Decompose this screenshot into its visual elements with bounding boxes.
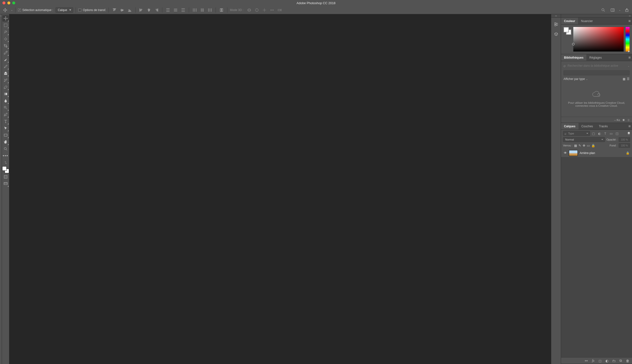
quick-select-tool[interactable]	[3, 36, 9, 42]
eyedropper-tool[interactable]	[3, 50, 9, 56]
distribute-top-icon[interactable]	[165, 7, 171, 13]
trash-icon[interactable]: 🗑	[627, 118, 630, 122]
library-search-input[interactable]	[567, 64, 626, 68]
layer-thumbnail[interactable]	[569, 150, 578, 156]
lock-transparency-icon[interactable]: ▩	[574, 144, 577, 148]
visibility-toggle-icon[interactable]: 👁	[563, 151, 567, 155]
distribute-hcenter-icon[interactable]	[199, 7, 205, 13]
brush-tool[interactable]	[3, 63, 9, 70]
color-fgbg[interactable]	[563, 27, 571, 35]
lock-image-icon[interactable]: ✎	[578, 144, 581, 148]
gradient-tool[interactable]	[3, 91, 9, 97]
edit-toolbar[interactable]: •••	[3, 152, 9, 159]
align-left-icon[interactable]	[138, 7, 144, 13]
foreground-color[interactable]	[2, 166, 7, 171]
3d-roll-icon[interactable]	[254, 7, 260, 13]
properties-panel-icon[interactable]	[553, 31, 559, 37]
new-layer-icon[interactable]: ⧉	[619, 358, 623, 363]
hue-strip[interactable]	[625, 27, 629, 52]
blend-mode-dropdown[interactable]: Normal	[563, 137, 605, 142]
list-view-icon[interactable]: ☰	[627, 77, 629, 81]
path-select-tool[interactable]	[3, 125, 9, 132]
quick-mask-tool[interactable]	[3, 174, 9, 180]
window-close-button[interactable]	[3, 2, 6, 4]
layer-item[interactable]: 👁 Arrière-plan 🔒	[561, 149, 632, 157]
tab-layers[interactable]: Calques	[561, 123, 578, 130]
marquee-tool[interactable]	[3, 22, 9, 28]
lock-all-icon[interactable]: 🔒	[591, 144, 595, 148]
lock-position-icon[interactable]: ✥	[583, 144, 585, 148]
distribute-bottom-icon[interactable]	[180, 7, 186, 13]
tab-libraries[interactable]: Bibliothèques	[561, 54, 586, 61]
hand-tool[interactable]	[3, 139, 9, 145]
opacity-value[interactable]: 100 %	[619, 137, 630, 142]
move-tool-icon[interactable]	[2, 7, 8, 13]
layer-mask-icon[interactable]: ◻	[598, 359, 602, 363]
clone-stamp-tool[interactable]	[3, 70, 9, 76]
link-layers-icon[interactable]: ⚯	[584, 359, 588, 363]
swap-colors-icon[interactable]	[3, 161, 9, 164]
zoom-tool[interactable]	[3, 146, 9, 152]
color-swatches[interactable]	[2, 166, 9, 173]
layer-kind-dropdown[interactable]: Type	[563, 131, 590, 136]
share-icon[interactable]	[624, 7, 630, 13]
adjustment-layer-icon[interactable]: ◐	[605, 359, 609, 363]
tab-color[interactable]: Couleur	[561, 18, 578, 24]
workspace-switcher-icon[interactable]	[609, 7, 616, 13]
filter-pixel-icon[interactable]: ▢	[591, 132, 595, 136]
tab-swatches[interactable]: Nuancier	[578, 18, 596, 24]
blur-tool[interactable]	[3, 98, 9, 104]
panel-menu-icon[interactable]: ≡	[627, 54, 632, 61]
chevron-down-icon[interactable]: ⌄	[627, 64, 629, 67]
grid-view-icon[interactable]: ▦	[623, 77, 625, 81]
eraser-tool[interactable]	[3, 84, 9, 90]
3d-slide-icon[interactable]	[269, 7, 275, 13]
filter-toggle[interactable]	[627, 132, 630, 135]
panels-collapse[interactable]: ››	[561, 14, 632, 18]
library-search[interactable]: ⌕ ⌄	[563, 63, 629, 68]
align-vcenter-icon[interactable]	[119, 7, 125, 13]
auto-select-checkbox[interactable]: Sélection automatique :	[18, 8, 53, 12]
crop-tool[interactable]	[3, 43, 9, 49]
canvas-area[interactable]	[9, 14, 551, 364]
search-icon[interactable]	[600, 7, 606, 13]
filter-adjust-icon[interactable]: ◐	[597, 132, 601, 136]
filter-type-icon[interactable]: T	[603, 132, 607, 136]
lock-artboard-icon[interactable]: ▭	[587, 144, 590, 148]
layer-style-icon[interactable]: fx	[591, 358, 595, 363]
library-select-dropdown[interactable]	[563, 70, 629, 75]
panel-menu-icon[interactable]: ≡	[627, 18, 632, 24]
auto-select-target-dropdown[interactable]: Calque	[56, 7, 73, 13]
distribute-right-icon[interactable]	[207, 7, 213, 13]
panel-menu-icon[interactable]: ≡	[627, 123, 632, 130]
lock-icon[interactable]: 🔒	[626, 151, 629, 155]
auto-align-icon[interactable]	[218, 7, 225, 13]
lasso-tool[interactable]	[3, 29, 9, 35]
show-transform-checkbox[interactable]: Options de transf.	[78, 8, 106, 12]
filter-shape-icon[interactable]: ▭	[609, 132, 613, 136]
toolbox-collapse[interactable]: ››	[0, 14, 2, 364]
window-zoom-button[interactable]	[12, 2, 15, 4]
rectangle-tool[interactable]	[3, 132, 9, 138]
dock-expand[interactable]: ‹‹	[551, 14, 561, 18]
filter-smart-icon[interactable]: ◫	[615, 132, 619, 136]
window-minimize-button[interactable]	[7, 2, 10, 4]
layer-group-icon[interactable]: 🗀	[612, 359, 616, 363]
move-tool[interactable]	[3, 15, 9, 22]
align-hcenter-icon[interactable]	[146, 7, 152, 13]
3d-pan-icon[interactable]	[261, 7, 268, 13]
screen-mode-tool[interactable]	[3, 180, 9, 187]
distribute-left-icon[interactable]	[191, 7, 198, 13]
cc-sync-icon[interactable]: ◉	[622, 118, 625, 122]
3d-orbit-icon[interactable]	[246, 7, 252, 13]
distribute-vcenter-icon[interactable]	[172, 7, 179, 13]
layer-name[interactable]: Arrière-plan	[580, 151, 624, 155]
type-tool[interactable]	[3, 118, 9, 124]
3d-camera-icon[interactable]	[276, 7, 283, 13]
dodge-tool[interactable]	[3, 104, 9, 111]
align-top-icon[interactable]	[111, 7, 118, 13]
delete-layer-icon[interactable]: 🗑	[625, 359, 629, 363]
fill-value[interactable]: 100 %	[619, 143, 630, 148]
healing-brush-tool[interactable]	[3, 56, 9, 63]
align-bottom-icon[interactable]	[126, 7, 133, 13]
